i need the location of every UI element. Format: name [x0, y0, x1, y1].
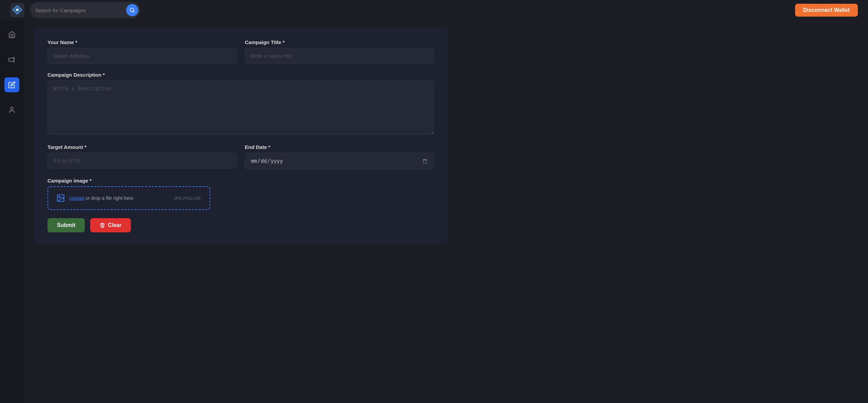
your-name-label: Your Name *	[47, 39, 237, 45]
disconnect-wallet-button[interactable]: Disconnect Wallet	[795, 4, 858, 17]
topbar: Disconnect Wallet	[0, 0, 868, 20]
end-date-label: End Date *	[245, 144, 434, 150]
sidebar	[0, 20, 24, 403]
edit-icon	[8, 81, 16, 89]
campaign-title-input[interactable]	[245, 48, 434, 64]
form-buttons: Submit Clear	[47, 218, 434, 232]
upload-link[interactable]: Upload	[69, 195, 84, 201]
amount-date-row: Target Amount * End Date *	[47, 144, 434, 170]
clear-label: Clear	[108, 222, 121, 228]
target-amount-input[interactable]	[47, 153, 237, 169]
search-bar	[30, 2, 140, 18]
description-section: Campaign Description *	[47, 72, 434, 136]
create-campaign-form: Your Name * Campaign Title * Campaign De…	[34, 27, 448, 245]
image-section: Campaign image * Upload or drop a file r…	[47, 178, 434, 210]
search-input[interactable]	[35, 7, 123, 13]
end-date-group: End Date *	[245, 144, 434, 170]
sidebar-item-create[interactable]	[4, 77, 19, 92]
upload-or-drop: or drop a file right here	[85, 195, 133, 201]
description-label: Campaign Description *	[47, 72, 434, 78]
campaign-image-label: Campaign image *	[47, 178, 434, 184]
sidebar-item-home[interactable]	[4, 27, 19, 42]
target-amount-group: Target Amount *	[47, 144, 237, 170]
megaphone-icon	[8, 56, 16, 63]
home-icon	[8, 31, 16, 38]
sidebar-item-profile[interactable]	[4, 102, 19, 117]
svg-point-6	[11, 107, 13, 110]
description-textarea[interactable]	[47, 80, 434, 135]
user-icon	[8, 106, 16, 114]
name-title-row: Your Name * Campaign Title *	[47, 39, 434, 64]
your-name-group: Your Name *	[47, 39, 237, 64]
topbar-left	[10, 2, 140, 18]
sidebar-item-campaigns[interactable]	[4, 52, 19, 67]
content-area: Your Name * Campaign Title * Campaign De…	[24, 20, 868, 403]
trash-icon	[100, 223, 105, 228]
campaign-title-group: Campaign Title *	[245, 39, 434, 64]
main-layout: Your Name * Campaign Title * Campaign De…	[0, 20, 868, 403]
your-name-input[interactable]	[47, 48, 237, 64]
svg-line-5	[133, 11, 134, 12]
upload-icon	[56, 194, 65, 203]
upload-area[interactable]: Upload or drop a file right here JPG,PNG…	[47, 186, 210, 210]
target-amount-label: Target Amount *	[47, 144, 237, 150]
campaign-title-label: Campaign Title *	[245, 39, 434, 45]
app-logo	[10, 3, 24, 17]
end-date-input[interactable]	[245, 153, 434, 170]
svg-point-8	[59, 196, 60, 197]
clear-button[interactable]: Clear	[90, 218, 131, 232]
search-button[interactable]	[126, 4, 138, 16]
submit-button[interactable]: Submit	[47, 218, 85, 232]
search-icon	[130, 7, 135, 13]
upload-types: JPG,PNG,GIF	[174, 196, 201, 201]
